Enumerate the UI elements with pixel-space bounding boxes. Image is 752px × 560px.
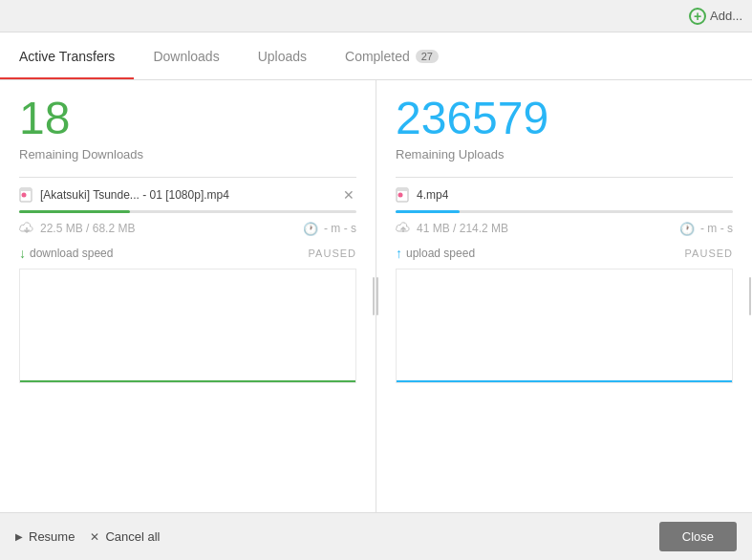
bottom-bar: ▶ Resume ✕ Cancel all Close — [0, 512, 752, 560]
upload-file-icon — [396, 187, 411, 203]
cancel-all-button[interactable]: ✕ Cancel all — [90, 529, 160, 544]
tab-uploads[interactable]: Uploads — [239, 32, 326, 79]
resume-button[interactable]: ▶ Resume — [15, 529, 75, 544]
download-close-button[interactable]: ✕ — [341, 187, 356, 203]
add-button[interactable]: + Add... — [689, 8, 742, 25]
svg-rect-2 — [20, 188, 32, 191]
upload-speed-row: ↑ upload speed PAUSED — [396, 246, 733, 261]
upload-progress-fill — [396, 210, 460, 213]
upload-cloud-icon — [396, 221, 411, 236]
download-transfer-item: [Akatsuki] Tsunde... - 01 [1080p].mp4 ✕ — [19, 177, 356, 383]
close-label: Close — [682, 529, 714, 544]
download-progress-fill — [19, 210, 130, 213]
uploads-panel: 236579 Remaining Uploads — [376, 80, 752, 512]
download-arrow-icon: ↓ — [19, 246, 26, 261]
cancel-icon: ✕ — [90, 530, 99, 544]
upload-paused-badge: PAUSED — [685, 248, 733, 259]
upload-chart — [396, 269, 733, 383]
tab-downloads-label: Downloads — [153, 49, 219, 64]
download-filename: [Akatsuki] Tsunde... - 01 [1080p].mp4 — [40, 188, 229, 202]
upload-stats-row: 41 MB / 214.2 MB 🕐 - m - s — [396, 221, 733, 236]
download-filename-row: [Akatsuki] Tsunde... - 01 [1080p].mp4 ✕ — [19, 187, 356, 203]
download-progress-bar — [19, 210, 356, 213]
upload-speed-label: upload speed — [406, 247, 475, 260]
svg-rect-6 — [397, 188, 408, 191]
download-chart-baseline — [20, 380, 355, 382]
upload-arrow-icon: ↑ — [396, 246, 402, 261]
completed-badge: 27 — [416, 50, 439, 63]
tabs-bar: Active Transfers Downloads Uploads Compl… — [0, 32, 752, 80]
upload-filename: 4.mp4 — [417, 188, 448, 202]
uploads-label: Remaining Uploads — [396, 147, 733, 162]
download-stats-row: 22.5 MB / 68.2 MB 🕐 - m - s — [19, 221, 356, 236]
resize-handle-left[interactable] — [370, 80, 381, 512]
downloads-count: 18 — [19, 96, 356, 141]
download-file-icon — [19, 187, 34, 203]
upload-clock-icon: 🕐 — [679, 222, 695, 236]
upload-time: - m - s — [700, 222, 733, 235]
download-speed-row: ↓ download speed PAUSED — [19, 246, 356, 261]
upload-chart-baseline — [397, 380, 732, 382]
uploads-count: 236579 — [396, 96, 733, 141]
upload-filename-row: 4.mp4 — [396, 187, 733, 203]
upload-transfer-item: 4.mp4 41 MB / — [396, 177, 733, 383]
close-button[interactable]: Close — [659, 522, 737, 551]
downloads-panel: 18 Remaining Downloads — [0, 80, 376, 512]
download-speed-label: download speed — [30, 247, 113, 260]
play-icon: ▶ — [15, 531, 23, 542]
resize-handle-right[interactable] — [746, 80, 752, 512]
download-time: - m - s — [324, 222, 356, 235]
add-icon: + — [689, 8, 706, 25]
upload-progress-bar — [396, 210, 733, 213]
download-chart — [19, 269, 356, 383]
svg-point-5 — [398, 193, 403, 198]
add-label: Add... — [710, 9, 742, 23]
download-paused-badge: PAUSED — [309, 248, 356, 259]
download-cloud-icon — [19, 221, 34, 236]
tab-completed[interactable]: Completed 27 — [326, 32, 458, 79]
resume-label: Resume — [29, 529, 75, 544]
download-size: 22.5 MB / 68.2 MB — [40, 222, 135, 235]
tab-active-transfers[interactable]: Active Transfers — [0, 32, 134, 79]
download-clock-icon: 🕐 — [303, 222, 318, 236]
bottom-left-actions: ▶ Resume ✕ Cancel all — [15, 529, 161, 544]
tab-active-label: Active Transfers — [19, 49, 115, 64]
downloads-label: Remaining Downloads — [19, 147, 356, 162]
top-bar: + Add... — [0, 0, 752, 32]
tab-downloads[interactable]: Downloads — [134, 32, 238, 79]
tab-uploads-label: Uploads — [258, 49, 307, 64]
main-content: 18 Remaining Downloads — [0, 80, 752, 512]
svg-point-1 — [22, 193, 27, 198]
upload-size: 41 MB / 214.2 MB — [417, 222, 508, 235]
cancel-label: Cancel all — [105, 529, 160, 544]
tab-completed-label: Completed — [345, 49, 410, 64]
